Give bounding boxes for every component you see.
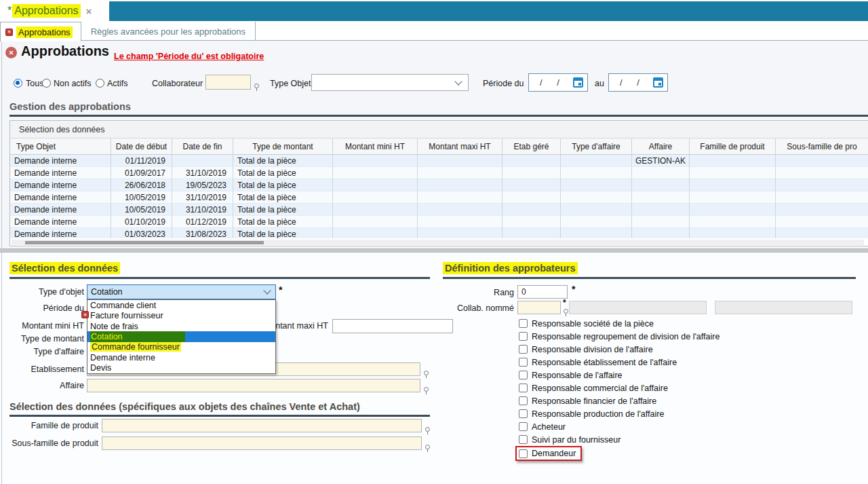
checkbox-row: Responsable division de l'affaire [519,343,719,356]
famille-produit-input[interactable] [102,419,422,432]
table-cell [333,179,418,191]
checkbox[interactable] [519,345,528,354]
lookup-magnifier-icon[interactable] [424,387,429,392]
type-objet-combobox[interactable]: Cotation [87,284,276,299]
table-cell [172,155,233,167]
calendar-icon[interactable] [653,77,663,88]
column-header[interactable]: Type Objet [10,138,111,154]
tab-regles-avancees[interactable]: Règles avancées pour les approbations [81,22,256,41]
lookup-magnifier-icon[interactable] [424,371,429,375]
column-header[interactable]: Affaire [632,138,690,154]
horizontal-scrollbar[interactable] [12,240,864,245]
checkbox[interactable] [519,384,528,392]
checkbox[interactable] [519,435,528,444]
checkbox[interactable] [519,332,528,341]
table-row[interactable]: Demande interne26/06/201819/05/2023Total… [10,179,868,191]
column-header[interactable]: Type de montant [233,138,333,154]
label-affaire: Affaire [0,381,84,390]
group-header: Sélection des données [10,121,868,138]
column-header[interactable]: Etab géré [502,138,561,154]
lookup-magnifier-icon[interactable] [425,445,430,449]
checkbox-label: Responsable regroupement de division de … [532,332,719,341]
checkbox[interactable] [519,358,528,367]
column-header[interactable]: Date de début [111,138,172,154]
table-cell [502,167,561,179]
lookup-magnifier-icon[interactable] [425,427,430,432]
lookup-magnifier-icon[interactable] [254,83,259,88]
table-cell: 31/08/2023 [172,228,233,238]
checkbox-row: Responsable regroupement de division de … [519,330,719,343]
required-marker: * [572,284,575,295]
sous-famille-produit-input[interactable] [102,436,422,450]
table-cell [690,155,776,167]
checkbox[interactable] [519,422,528,431]
close-tab-icon[interactable]: × [86,5,92,17]
tab-error-icon: × [5,29,13,36]
table-cell [561,216,632,228]
document-tab-approbations[interactable]: * Approbations × [0,0,92,22]
column-header[interactable]: Montant mini HT [333,138,418,154]
calendar-icon[interactable] [573,77,583,88]
tab-approbations[interactable]: × Approbations [0,22,81,41]
dropdown-option[interactable]: Cotation [87,331,275,341]
label-famille-produit: Famille de produit [0,421,98,430]
type-objet-select[interactable] [311,74,469,91]
table-row[interactable]: Demande interne01/10/201901/12/2019Total… [10,216,868,228]
checkbox[interactable] [519,449,528,458]
dropdown-option[interactable]: Demande interne [87,352,275,362]
date-to-input[interactable]: / / [608,73,668,92]
collab-prenom-readonly [715,301,852,314]
checkbox-row: Responsable commercial de l'affaire [519,381,719,394]
section-rule [9,415,430,417]
table-cell [502,179,561,191]
table-cell [418,191,502,204]
table-row[interactable]: Demande interne01/03/202331/08/2023Total… [10,228,868,238]
lookup-magnifier-icon[interactable] [564,309,568,314]
radio-actifs[interactable] [96,79,104,88]
chevron-down-icon [454,77,462,85]
table-cell: 31/10/2019 [172,167,233,179]
checkbox-row: Acheteur [519,420,719,433]
checkbox[interactable] [519,371,528,379]
dropdown-option[interactable]: Note de frais [87,321,275,331]
dropdown-option[interactable]: Commande client [87,300,275,310]
checkbox[interactable] [519,319,528,328]
date-from-input[interactable]: / / [528,73,588,92]
dropdown-option[interactable]: Devis [87,363,275,373]
label-periode-du: Période du [483,79,524,88]
montant-maxi-input[interactable] [332,319,453,333]
table-row[interactable]: Demande interne01/11/2019Total de la piè… [10,155,868,167]
column-header[interactable]: Famille de produit [690,138,776,154]
column-header[interactable]: Sous-famille de pro [776,138,868,154]
label-sous-famille-produit: Sous-famille de produit [0,439,98,448]
collaborateur-input[interactable] [205,75,251,90]
radio-tous[interactable] [14,79,22,88]
rang-input[interactable]: 0 [517,285,568,299]
collab-nomme-input[interactable] [517,301,561,314]
table-row[interactable]: Demande interne10/05/201931/10/2019Total… [10,191,868,204]
checkbox[interactable] [519,409,528,418]
table-cell [690,179,776,191]
validation-error-link[interactable]: Le champ 'Période du' est obligatoire [114,52,264,61]
checkbox-row: Responsable de l'affaire [519,369,719,381]
affaire-input[interactable] [87,379,420,392]
dropdown-option[interactable]: Commande fournisseur [87,342,275,352]
table-row[interactable]: Demande interne10/05/201931/10/2019Total… [10,204,868,216]
horizontal-splitter[interactable] [0,248,868,253]
table-cell [690,216,776,228]
table-cell [418,216,502,228]
label-periode-du-form: Période du [0,303,84,313]
table-row[interactable]: Demande interne01/09/201731/10/2019Total… [10,167,868,179]
radio-non-actifs[interactable] [42,79,51,88]
dropdown-option[interactable]: Facture fournisseur [87,310,275,320]
checkbox[interactable] [519,396,528,405]
column-header[interactable]: Montant maxi HT [418,138,502,154]
table-cell: 10/05/2019 [111,191,172,204]
scrollbar-thumb[interactable] [25,241,264,244]
section-rule [443,277,856,279]
column-header[interactable]: Type d'affaire [561,138,632,154]
dropdown-option-label: Cotation [90,331,185,341]
column-header[interactable]: Date de fin [172,138,233,154]
section-rule [9,115,868,117]
table-cell [418,155,502,167]
